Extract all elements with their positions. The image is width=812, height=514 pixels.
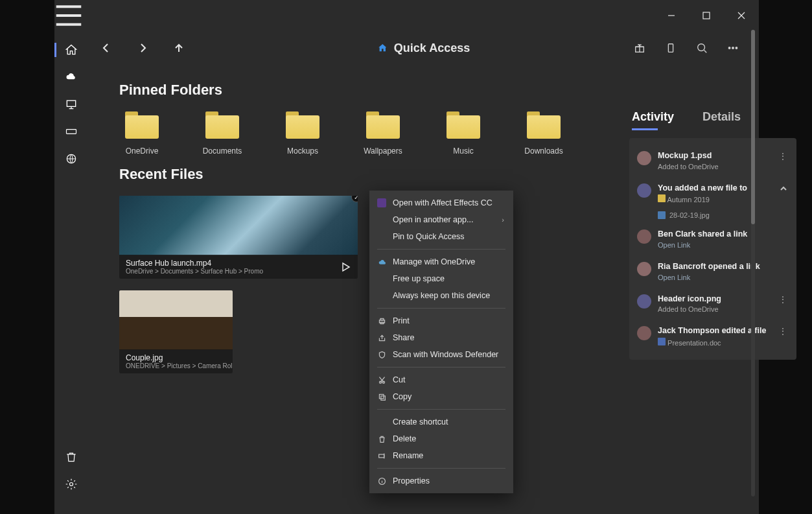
scrollbar-thumb[interactable]: [751, 30, 755, 224]
activity-link[interactable]: Open Link: [658, 274, 789, 281]
activity-link[interactable]: Open Link: [658, 241, 789, 249]
more-icon[interactable]: [725, 40, 741, 56]
folder-onedrive[interactable]: OneDrive: [119, 111, 165, 156]
cm-copy[interactable]: Copy: [369, 388, 513, 405]
cm-manage-onedrive[interactable]: Manage with OneDrive: [369, 253, 513, 270]
folder-wallpapers[interactable]: Wallpapers: [360, 111, 406, 156]
chevron-up-icon[interactable]: [780, 183, 789, 193]
activity-item[interactable]: Ria Bancroft opened a link Open Link: [629, 255, 796, 288]
cm-create-shortcut[interactable]: Create shortcut: [369, 414, 513, 430]
info-icon: [377, 476, 386, 485]
minimize-button[interactable]: [654, 0, 689, 31]
sidebar-home[interactable]: [56, 36, 87, 64]
activity-folder: Autumn 2019: [658, 194, 773, 204]
hamburger-menu-button[interactable]: [54, 0, 83, 31]
svg-rect-0: [703, 12, 710, 19]
recent-photo-card[interactable]: Couple.jpg ONEDRIVE > Pictures > Camera …: [119, 290, 233, 373]
folder-downloads[interactable]: Downloads: [521, 111, 566, 156]
cm-open-another[interactable]: Open in another app... ›: [369, 211, 513, 228]
separator: [377, 308, 505, 309]
activity-item[interactable]: Header icon.png Added to OneDrive ⋮: [629, 288, 796, 320]
recent-files-grid: ✓ Surface Hub launch.mp4 OneDrive > Docu…: [119, 196, 599, 373]
cm-share[interactable]: Share: [369, 329, 513, 346]
share-icon: [377, 333, 386, 342]
sidebar-rail: [54, 31, 88, 498]
activity-feed: Mockup 1.psd Added to OneDrive ⋮ You add…: [629, 138, 796, 360]
nav-forward-button[interactable]: [124, 32, 161, 64]
blank-icon: [377, 274, 386, 283]
activity-title: You added a new file to: [658, 183, 773, 194]
window-controls: [654, 0, 759, 31]
svg-point-9: [732, 47, 734, 49]
folder-icon: [366, 111, 400, 139]
sidebar-onedrive[interactable]: [56, 64, 87, 91]
cut-icon: [377, 375, 386, 384]
item-more-icon[interactable]: ⋮: [778, 326, 789, 336]
tab-activity[interactable]: Activity: [632, 110, 674, 124]
search-icon[interactable]: [694, 40, 710, 56]
location-label: Quick Access: [394, 41, 470, 55]
image-icon: [658, 211, 666, 219]
print-icon: [377, 316, 386, 325]
item-more-icon[interactable]: ⋮: [778, 294, 789, 305]
avatar: [637, 183, 651, 198]
activity-title: Ria Bancroft opened a link: [658, 262, 789, 272]
gift-icon[interactable]: [632, 40, 647, 56]
folder-icon: [286, 111, 319, 139]
folder-icon: [527, 111, 561, 139]
device-icon[interactable]: [663, 40, 679, 56]
sidebar-keyboard[interactable]: [56, 118, 87, 145]
cm-print[interactable]: Print: [369, 312, 513, 329]
location-title: Quick Access: [377, 41, 470, 55]
blank-icon: [377, 417, 386, 426]
activity-item[interactable]: You added a new file to Autumn 2019: [629, 177, 796, 211]
cm-scan-defender[interactable]: Scan with Windows Defender: [369, 346, 513, 363]
app-icon: [377, 198, 386, 207]
folder-icon: [447, 111, 480, 139]
cm-open-with[interactable]: Open with Affect Effects CC: [369, 194, 513, 211]
cm-rename[interactable]: Rename: [369, 447, 513, 464]
rename-icon: [377, 451, 386, 460]
folder-documents[interactable]: Documents: [200, 111, 245, 156]
avatar: [637, 229, 651, 244]
trash-icon: [377, 434, 386, 443]
separator: [377, 409, 505, 410]
card-footer: Couple.jpg ONEDRIVE > Pictures > Camera …: [119, 349, 233, 373]
folder-label: Music: [453, 146, 473, 156]
maximize-button[interactable]: [689, 0, 724, 31]
tab-details[interactable]: Details: [702, 110, 741, 124]
folder-label: Downloads: [524, 146, 563, 156]
blank-icon: [377, 232, 386, 241]
folder-icon: [125, 111, 159, 139]
folder-mockups[interactable]: Mockups: [280, 111, 325, 156]
svg-rect-18: [378, 454, 384, 458]
pinned-folders-heading: Pinned Folders: [119, 82, 759, 99]
cm-cut[interactable]: Cut: [369, 371, 513, 388]
cm-pin[interactable]: Pin to Quick Access: [369, 228, 513, 245]
item-more-icon[interactable]: ⋮: [778, 151, 789, 161]
activity-item[interactable]: Jack Thompson edited a file Presentation…: [629, 320, 796, 353]
activity-child-file[interactable]: 28-02-19.jpg: [650, 210, 796, 223]
sidebar-recycle-bin[interactable]: [56, 443, 87, 471]
panel-tabs: Activity Details: [629, 110, 796, 124]
avatar: [637, 294, 651, 309]
activity-item[interactable]: Mockup 1.psd Added to OneDrive ⋮: [629, 145, 796, 177]
video-thumbnail: [119, 196, 358, 255]
card-path: ONEDRIVE > Pictures > Camera Roll: [126, 362, 233, 369]
folder-music[interactable]: Music: [441, 111, 486, 156]
cm-delete[interactable]: Delete: [369, 430, 513, 447]
sidebar-settings[interactable]: [56, 471, 87, 498]
close-button[interactable]: [724, 0, 759, 31]
sidebar-this-pc[interactable]: [56, 91, 87, 118]
activity-item[interactable]: Ben Clark shared a link Open Link: [629, 223, 796, 255]
cm-properties[interactable]: Properties: [369, 473, 513, 489]
sidebar-network[interactable]: [56, 145, 87, 172]
recent-video-card[interactable]: ✓ Surface Hub launch.mp4 OneDrive > Docu…: [119, 196, 358, 279]
play-icon[interactable]: [340, 261, 351, 273]
cm-free-space[interactable]: Free up space: [369, 270, 513, 287]
nav-up-button[interactable]: [161, 32, 197, 64]
nav-back-button[interactable]: [88, 32, 124, 64]
separator: [377, 249, 505, 250]
blank-icon: [377, 215, 386, 224]
cm-keep-device[interactable]: Always keep on this device: [369, 287, 513, 304]
